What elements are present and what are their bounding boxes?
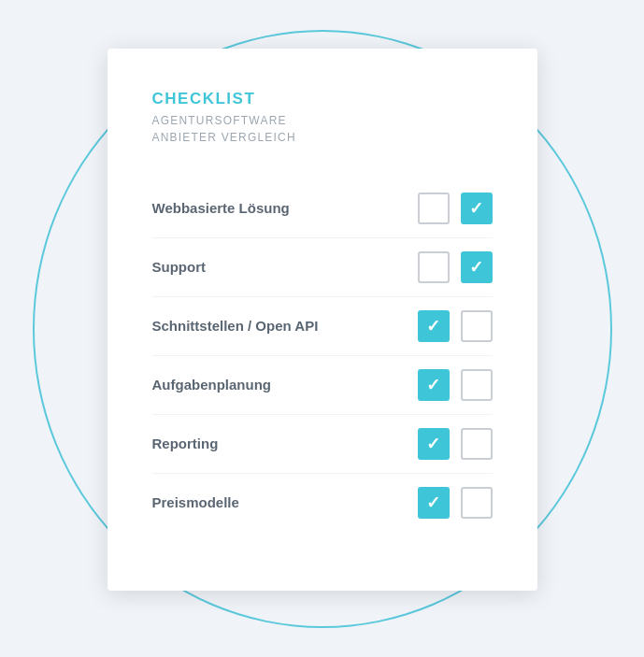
checkmark-icon: ✓ <box>426 377 440 393</box>
row-label: Support <box>152 259 418 275</box>
row-checkboxes: ✓ <box>418 428 493 460</box>
card-header: CHECKLIST AGENTURSOFTWARE ANBIETER VERGL… <box>152 90 493 146</box>
checkbox-empty[interactable] <box>461 428 493 460</box>
checkbox-checked[interactable]: ✓ <box>418 428 450 460</box>
checkbox-checked[interactable]: ✓ <box>418 310 450 342</box>
row-checkboxes: ✓ <box>418 310 493 342</box>
row-label: Reporting <box>152 436 418 451</box>
table-row: Schnittstellen / Open API✓ <box>152 297 493 356</box>
subtitle-line2: ANBIETER VERGLEICH <box>152 131 296 144</box>
row-checkboxes: ✓ <box>418 369 493 401</box>
checkbox-checked[interactable]: ✓ <box>418 369 450 401</box>
checkmark-icon: ✓ <box>426 436 440 452</box>
row-checkboxes: ✓ <box>418 487 493 519</box>
checklist-items: Webbasierte Lösung✓Support✓Schnittstelle… <box>152 179 493 532</box>
checkbox-empty[interactable] <box>418 251 450 283</box>
table-row: Preismodelle✓ <box>152 474 493 532</box>
table-row: Reporting✓ <box>152 415 493 474</box>
checklist-title: CHECKLIST <box>152 90 493 108</box>
checkbox-checked[interactable]: ✓ <box>461 193 493 224</box>
table-row: Aufgabenplanung✓ <box>152 356 493 415</box>
row-label: Schnittstellen / Open API <box>152 318 418 334</box>
row-checkboxes: ✓ <box>418 251 493 283</box>
subtitle-line1: AGENTURSOFTWARE <box>152 114 287 127</box>
checkbox-empty[interactable] <box>461 369 493 401</box>
checklist-card: CHECKLIST AGENTURSOFTWARE ANBIETER VERGL… <box>107 49 537 591</box>
checkmark-icon: ✓ <box>469 200 483 217</box>
checkbox-checked[interactable]: ✓ <box>461 251 493 283</box>
row-label: Aufgabenplanung <box>152 377 418 393</box>
checkmark-icon: ✓ <box>426 494 440 511</box>
table-row: Support✓ <box>152 238 493 297</box>
checkbox-empty[interactable] <box>461 310 493 342</box>
checkmark-icon: ✓ <box>426 318 440 335</box>
checklist-subtitle: AGENTURSOFTWARE ANBIETER VERGLEICH <box>152 112 493 146</box>
row-checkboxes: ✓ <box>418 193 493 224</box>
checkbox-empty[interactable] <box>418 193 450 224</box>
checkmark-icon: ✓ <box>469 259 483 276</box>
row-label: Preismodelle <box>152 494 418 510</box>
checkbox-empty[interactable] <box>461 487 493 519</box>
checkbox-checked[interactable]: ✓ <box>418 487 450 519</box>
row-label: Webbasierte Lösung <box>152 200 418 216</box>
table-row: Webbasierte Lösung✓ <box>152 179 493 238</box>
